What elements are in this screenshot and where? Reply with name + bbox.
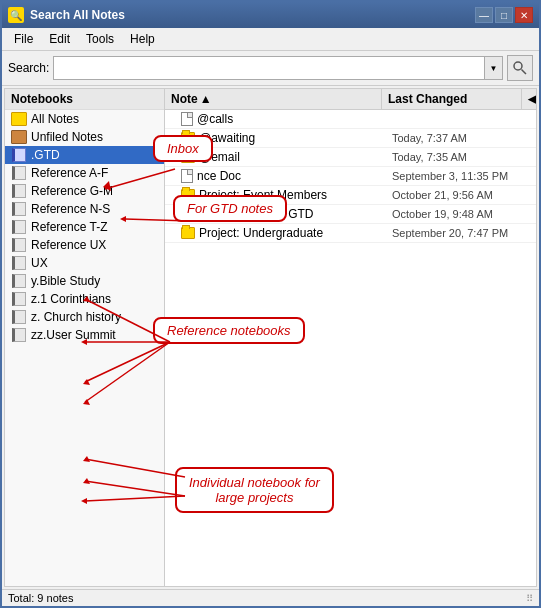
status-bar: Total: 9 notes ⠿ [2,589,539,606]
note-title: @awaiting [199,131,392,145]
sidebar-item-label: zz.User Summit [31,328,116,342]
sidebar-item-reference-tz[interactable]: Reference T-Z [5,218,164,236]
sidebar-item-label: z. Church history [31,310,121,324]
menu-bar: File Edit Tools Help [2,28,539,51]
minimize-button[interactable]: — [475,7,493,23]
note-item-email[interactable]: @email Today, 7:35 AM [165,148,536,167]
sidebar-item-label: Reference T-Z [31,220,107,234]
note-date: September 3, 11:35 PM [392,170,532,182]
doc-icon [181,112,193,126]
note-header: Note ▲ Last Changed ◀ [165,89,536,110]
sidebar-item-label: .GTD [31,148,60,162]
resize-grip: ⠿ [526,593,533,604]
menu-edit[interactable]: Edit [41,30,78,48]
sidebar-item-label: y.Bible Study [31,274,100,288]
sidebar-item-reference-ux[interactable]: Reference UX [5,236,164,254]
folder-icon [181,132,195,144]
app-icon: 🔍 [8,7,24,23]
sidebar-item-corinthians[interactable]: z.1 Corinthians [5,290,164,308]
folder-icon [181,189,195,201]
window-controls: — □ ✕ [475,7,533,23]
close-button[interactable]: ✕ [515,7,533,23]
main-content: Notebooks All Notes Unfiled Notes .GTD [4,88,537,587]
search-bar: Search: ▼ [2,51,539,86]
menu-file[interactable]: File [6,30,41,48]
note-item-ref-doc[interactable]: nce Doc September 3, 11:35 PM [165,167,536,186]
note-title: @calls [197,112,392,126]
note-date: October 19, 9:48 AM [392,208,532,220]
note-item-awaiting[interactable]: @awaiting Today, 7:37 AM [165,129,536,148]
reference-gm-icon [11,184,27,198]
note-item-tomboy-gtd[interactable]: Project: Tomboy GTD October 19, 9:48 AM [165,205,536,224]
sidebar-item-ux[interactable]: UX [5,254,164,272]
note-title: @email [199,150,392,164]
title-bar-left: 🔍 Search All Notes [8,7,125,23]
sidebar-item-label: Reference A-F [31,166,108,180]
reference-tz-icon [11,220,27,234]
note-date: September 20, 7:47 PM [392,227,532,239]
reference-ns-icon [11,202,27,216]
note-title: nce Doc [197,169,392,183]
ux-icon [11,256,27,270]
reference-af-icon [11,166,27,180]
sidebar-item-all-notes[interactable]: All Notes [5,110,164,128]
col-arrow: ◀ [522,89,536,109]
sidebar-item-gtd[interactable]: .GTD [5,146,164,164]
maximize-button[interactable]: □ [495,7,513,23]
unfiled-notes-icon [11,130,27,144]
svg-point-0 [514,62,522,70]
folder-icon [181,227,195,239]
search-label: Search: [8,61,49,75]
sidebar-item-label: All Notes [31,112,79,126]
menu-help[interactable]: Help [122,30,163,48]
all-notes-icon [11,112,27,126]
sort-arrow: ▲ [200,92,212,106]
sidebar-item-reference-ns[interactable]: Reference N-S [5,200,164,218]
note-panel: Note ▲ Last Changed ◀ @calls @awaiting [165,89,536,586]
window-title: Search All Notes [30,8,125,22]
note-title: Project: Event Members [199,188,392,202]
sidebar-item-church-history[interactable]: z. Church history [5,308,164,326]
note-date: October 21, 9:56 AM [392,189,532,201]
sidebar-item-unfiled-notes[interactable]: Unfiled Notes [5,128,164,146]
search-submit-button[interactable] [507,55,533,81]
reference-ux-icon [11,238,27,252]
sidebar-header: Notebooks [5,89,164,110]
note-item-event-members[interactable]: Project: Event Members October 21, 9:56 … [165,186,536,205]
sidebar-item-bible-study[interactable]: y.Bible Study [5,272,164,290]
note-title: Project: Tomboy GTD [199,207,392,221]
doc-icon [181,169,193,183]
menu-tools[interactable]: Tools [78,30,122,48]
sidebar-item-label: z.1 Corinthians [31,292,111,306]
note-title: Project: Undergraduate [199,226,392,240]
date-column-header[interactable]: Last Changed [382,89,522,109]
note-date: Today, 7:37 AM [392,132,532,144]
sidebar-item-reference-gm[interactable]: Reference G-M [5,182,164,200]
sidebar-item-label: UX [31,256,48,270]
bible-study-icon [11,274,27,288]
search-input[interactable] [54,57,484,79]
sidebar-item-label: Reference UX [31,238,106,252]
gtd-icon [11,148,27,162]
svg-line-1 [522,70,527,75]
user-summit-icon [11,328,27,342]
search-icon [513,61,527,75]
church-history-icon [11,310,27,324]
note-column-header[interactable]: Note ▲ [165,89,382,109]
folder-icon [181,151,195,163]
search-dropdown-button[interactable]: ▼ [484,57,502,79]
search-input-wrapper: ▼ [53,56,503,80]
note-list: @calls @awaiting Today, 7:37 AM @email T… [165,110,536,586]
sidebar: Notebooks All Notes Unfiled Notes .GTD [5,89,165,586]
note-item-undergraduate[interactable]: Project: Undergraduate September 20, 7:4… [165,224,536,243]
note-item-calls[interactable]: @calls [165,110,536,129]
sidebar-item-label: Unfiled Notes [31,130,103,144]
sidebar-item-user-summit[interactable]: zz.User Summit [5,326,164,344]
main-window: 🔍 Search All Notes — □ ✕ File Edit Tools… [0,0,541,608]
status-text: Total: 9 notes [8,592,73,604]
title-bar: 🔍 Search All Notes — □ ✕ [2,2,539,28]
note-date: Today, 7:35 AM [392,151,532,163]
folder-icon [181,208,195,220]
sidebar-item-label: Reference N-S [31,202,110,216]
sidebar-item-reference-af[interactable]: Reference A-F [5,164,164,182]
